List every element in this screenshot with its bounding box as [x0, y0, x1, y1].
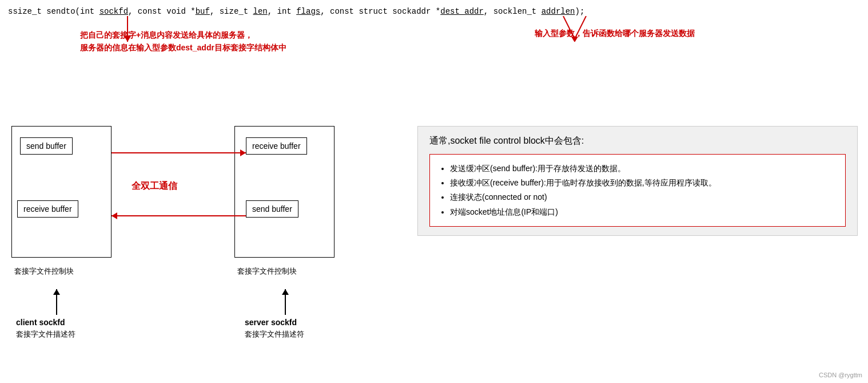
arrow-up-left: [56, 289, 57, 315]
receive-buffer-left: receive buffer: [17, 200, 78, 218]
page-container: ssize_t sendto(int sockfd, const void *b…: [0, 0, 868, 383]
list-item: 发送缓冲区(send buffer):用于存放待发送的数据。: [450, 161, 837, 176]
annotation-right: 输入型参数，告诉函数给哪个服务器发送数据: [535, 29, 695, 39]
label-server-sub: 套接字文件描述符: [245, 329, 304, 339]
annotation-right-text: 输入型参数，告诉函数给哪个服务器发送数据: [535, 29, 695, 38]
diagram-area: send buffer receive buffer receive buffe…: [6, 126, 349, 338]
label-server: server sockfd: [245, 318, 297, 327]
label-socket-right: 套接字文件控制块: [237, 266, 297, 277]
label-socket-left: 套接字文件控制块: [14, 266, 74, 277]
info-box-title: 通常,socket file control block中会包含:: [429, 135, 846, 147]
info-box: 通常,socket file control block中会包含: 发送缓冲区(…: [417, 126, 858, 236]
arrow-up-right: [285, 289, 286, 315]
annotation-left: 把自己的套接字+消息内容发送给具体的服务器， 服务器的信息在输入型参数dest_…: [80, 29, 286, 54]
list-item: 接收缓冲区(receive buffer):用于临时存放接收到的数据,等待应用程…: [450, 176, 837, 190]
info-box-content: 发送缓冲区(send buffer):用于存放待发送的数据。 接收缓冲区(rec…: [429, 154, 846, 227]
arrow-send-to-receive: [112, 152, 246, 153]
middle-label: 全双工通信: [132, 180, 177, 192]
annotation-left-line1: 把自己的套接字+消息内容发送给具体的服务器，: [80, 29, 286, 41]
arrow-send-right-receive-left: [112, 215, 246, 216]
info-box-list: 发送缓冲区(send buffer):用于存放待发送的数据。 接收缓冲区(rec…: [439, 161, 837, 219]
send-buffer-left: send buffer: [20, 137, 73, 155]
list-item: 对端socket地址信息(IP和端口): [450, 205, 837, 219]
label-client: client sockfd: [16, 318, 65, 327]
watermark: CSDN @rygttm: [819, 372, 862, 378]
send-buffer-right: send buffer: [246, 200, 298, 218]
receive-buffer-right: receive buffer: [246, 137, 307, 155]
label-client-sub: 套接字文件描述符: [16, 329, 75, 339]
annotation-left-line2: 服务器的信息在输入型参数dest_addr目标套接字结构体中: [80, 41, 286, 54]
signature-text: ssize_t sendto(int sockfd, const void *b…: [8, 7, 584, 16]
func-signature: ssize_t sendto(int sockfd, const void *b…: [8, 7, 584, 16]
list-item: 连接状态(connected or not): [450, 190, 837, 204]
